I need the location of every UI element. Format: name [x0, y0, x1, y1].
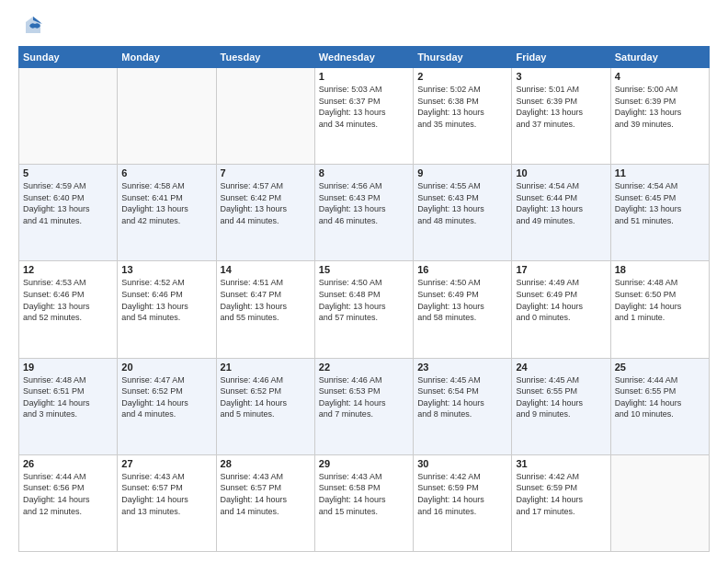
calendar-cell: 16Sunrise: 4:50 AM Sunset: 6:49 PM Dayli… [414, 261, 512, 358]
day-number: 13 [121, 264, 211, 275]
weekday-header-thursday: Thursday [414, 47, 512, 68]
day-number: 12 [23, 264, 113, 275]
day-number: 4 [615, 71, 705, 82]
weekday-header-tuesday: Tuesday [216, 47, 314, 68]
calendar-week-3: 12Sunrise: 4:53 AM Sunset: 6:46 PM Dayli… [19, 261, 710, 358]
calendar-cell: 28Sunrise: 4:43 AM Sunset: 6:57 PM Dayli… [216, 454, 314, 551]
calendar-cell: 14Sunrise: 4:51 AM Sunset: 6:47 PM Dayli… [216, 261, 314, 358]
day-info: Sunrise: 4:42 AM Sunset: 6:59 PM Dayligh… [417, 471, 507, 517]
calendar-cell: 3Sunrise: 5:01 AM Sunset: 6:39 PM Daylig… [512, 68, 610, 165]
day-number: 23 [417, 362, 507, 373]
calendar-cell: 5Sunrise: 4:59 AM Sunset: 6:40 PM Daylig… [19, 165, 118, 261]
day-info: Sunrise: 4:49 AM Sunset: 6:49 PM Dayligh… [516, 277, 606, 323]
day-info: Sunrise: 4:46 AM Sunset: 6:52 PM Dayligh… [221, 374, 311, 420]
calendar-cell [610, 454, 709, 551]
day-info: Sunrise: 5:00 AM Sunset: 6:39 PM Dayligh… [615, 84, 705, 130]
calendar-cell: 24Sunrise: 4:45 AM Sunset: 6:55 PM Dayli… [512, 358, 610, 454]
day-number: 7 [221, 167, 311, 178]
day-number: 30 [417, 458, 507, 469]
day-info: Sunrise: 4:59 AM Sunset: 6:40 PM Dayligh… [23, 180, 113, 226]
calendar-cell: 6Sunrise: 4:58 AM Sunset: 6:41 PM Daylig… [118, 165, 216, 261]
header [18, 15, 710, 37]
day-number: 9 [417, 167, 507, 178]
day-info: Sunrise: 4:54 AM Sunset: 6:45 PM Dayligh… [615, 180, 705, 226]
day-info: Sunrise: 4:43 AM Sunset: 6:57 PM Dayligh… [121, 471, 211, 517]
calendar-cell: 23Sunrise: 4:45 AM Sunset: 6:54 PM Dayli… [414, 358, 512, 454]
day-info: Sunrise: 5:02 AM Sunset: 6:38 PM Dayligh… [417, 84, 507, 130]
day-info: Sunrise: 4:46 AM Sunset: 6:53 PM Dayligh… [319, 374, 409, 420]
calendar-cell [19, 68, 118, 165]
calendar-cell: 4Sunrise: 5:00 AM Sunset: 6:39 PM Daylig… [610, 68, 709, 165]
day-info: Sunrise: 4:57 AM Sunset: 6:42 PM Dayligh… [221, 180, 311, 226]
day-number: 29 [319, 458, 409, 469]
calendar-cell: 22Sunrise: 4:46 AM Sunset: 6:53 PM Dayli… [314, 358, 413, 454]
day-number: 16 [417, 264, 507, 275]
day-info: Sunrise: 4:45 AM Sunset: 6:54 PM Dayligh… [417, 374, 507, 420]
logo [18, 15, 44, 37]
day-number: 2 [417, 71, 507, 82]
weekday-header-wednesday: Wednesday [314, 47, 413, 68]
day-number: 8 [319, 167, 409, 178]
calendar-cell: 29Sunrise: 4:43 AM Sunset: 6:58 PM Dayli… [314, 454, 413, 551]
day-info: Sunrise: 5:01 AM Sunset: 6:39 PM Dayligh… [516, 84, 606, 130]
day-number: 6 [121, 167, 211, 178]
calendar-cell: 20Sunrise: 4:47 AM Sunset: 6:52 PM Dayli… [118, 358, 216, 454]
calendar-week-1: 1Sunrise: 5:03 AM Sunset: 6:37 PM Daylig… [19, 68, 710, 165]
calendar-cell [118, 68, 216, 165]
day-info: Sunrise: 4:56 AM Sunset: 6:43 PM Dayligh… [319, 180, 409, 226]
day-number: 17 [516, 264, 606, 275]
calendar-week-2: 5Sunrise: 4:59 AM Sunset: 6:40 PM Daylig… [19, 165, 710, 261]
calendar-cell: 26Sunrise: 4:44 AM Sunset: 6:56 PM Dayli… [19, 454, 118, 551]
day-info: Sunrise: 5:03 AM Sunset: 6:37 PM Dayligh… [319, 84, 409, 130]
day-info: Sunrise: 4:48 AM Sunset: 6:51 PM Dayligh… [23, 374, 113, 420]
calendar-cell: 11Sunrise: 4:54 AM Sunset: 6:45 PM Dayli… [610, 165, 709, 261]
calendar-cell: 31Sunrise: 4:42 AM Sunset: 6:59 PM Dayli… [512, 454, 610, 551]
day-info: Sunrise: 4:43 AM Sunset: 6:58 PM Dayligh… [319, 471, 409, 517]
calendar-week-4: 19Sunrise: 4:48 AM Sunset: 6:51 PM Dayli… [19, 358, 710, 454]
day-info: Sunrise: 4:53 AM Sunset: 6:46 PM Dayligh… [23, 277, 113, 323]
calendar-cell [216, 68, 314, 165]
logo-icon [22, 15, 44, 37]
day-info: Sunrise: 4:45 AM Sunset: 6:55 PM Dayligh… [516, 374, 606, 420]
day-info: Sunrise: 4:52 AM Sunset: 6:46 PM Dayligh… [121, 277, 211, 323]
day-info: Sunrise: 4:44 AM Sunset: 6:55 PM Dayligh… [615, 374, 705, 420]
calendar-cell: 10Sunrise: 4:54 AM Sunset: 6:44 PM Dayli… [512, 165, 610, 261]
calendar-cell: 2Sunrise: 5:02 AM Sunset: 6:38 PM Daylig… [414, 68, 512, 165]
page: SundayMondayTuesdayWednesdayThursdayFrid… [0, 0, 728, 563]
day-info: Sunrise: 4:50 AM Sunset: 6:49 PM Dayligh… [417, 277, 507, 323]
day-number: 20 [121, 362, 211, 373]
calendar-cell: 18Sunrise: 4:48 AM Sunset: 6:50 PM Dayli… [610, 261, 709, 358]
weekday-header-saturday: Saturday [610, 47, 709, 68]
calendar-cell: 13Sunrise: 4:52 AM Sunset: 6:46 PM Dayli… [118, 261, 216, 358]
day-number: 5 [23, 167, 113, 178]
day-info: Sunrise: 4:54 AM Sunset: 6:44 PM Dayligh… [516, 180, 606, 226]
day-number: 22 [319, 362, 409, 373]
day-info: Sunrise: 4:48 AM Sunset: 6:50 PM Dayligh… [615, 277, 705, 323]
day-number: 15 [319, 264, 409, 275]
day-number: 24 [516, 362, 606, 373]
weekday-header-friday: Friday [512, 47, 610, 68]
calendar-cell: 9Sunrise: 4:55 AM Sunset: 6:43 PM Daylig… [414, 165, 512, 261]
day-info: Sunrise: 4:42 AM Sunset: 6:59 PM Dayligh… [516, 471, 606, 517]
day-info: Sunrise: 4:55 AM Sunset: 6:43 PM Dayligh… [417, 180, 507, 226]
weekday-header-monday: Monday [118, 47, 216, 68]
day-number: 14 [221, 264, 311, 275]
day-number: 3 [516, 71, 606, 82]
day-info: Sunrise: 4:58 AM Sunset: 6:41 PM Dayligh… [121, 180, 211, 226]
day-number: 21 [221, 362, 311, 373]
calendar-cell: 15Sunrise: 4:50 AM Sunset: 6:48 PM Dayli… [314, 261, 413, 358]
calendar-cell: 8Sunrise: 4:56 AM Sunset: 6:43 PM Daylig… [314, 165, 413, 261]
day-info: Sunrise: 4:51 AM Sunset: 6:47 PM Dayligh… [221, 277, 311, 323]
calendar-cell: 12Sunrise: 4:53 AM Sunset: 6:46 PM Dayli… [19, 261, 118, 358]
calendar-cell: 30Sunrise: 4:42 AM Sunset: 6:59 PM Dayli… [414, 454, 512, 551]
day-number: 28 [221, 458, 311, 469]
weekday-header-row: SundayMondayTuesdayWednesdayThursdayFrid… [19, 47, 710, 68]
day-info: Sunrise: 4:50 AM Sunset: 6:48 PM Dayligh… [319, 277, 409, 323]
calendar-cell: 19Sunrise: 4:48 AM Sunset: 6:51 PM Dayli… [19, 358, 118, 454]
day-number: 26 [23, 458, 113, 469]
day-number: 11 [615, 167, 705, 178]
calendar-week-5: 26Sunrise: 4:44 AM Sunset: 6:56 PM Dayli… [19, 454, 710, 551]
day-number: 31 [516, 458, 606, 469]
day-number: 10 [516, 167, 606, 178]
day-number: 18 [615, 264, 705, 275]
